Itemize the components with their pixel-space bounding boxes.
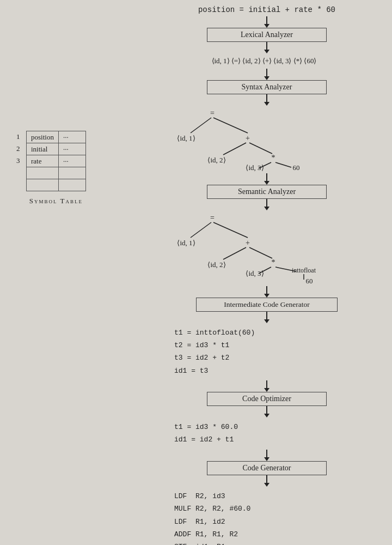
svg-text:⟨id, 3⟩: ⟨id, 3⟩ (246, 269, 264, 277)
cell-name-3: rate (27, 155, 59, 167)
svg-text:⟨id, 2⟩: ⟨id, 2⟩ (207, 261, 225, 269)
svg-text:60: 60 (306, 277, 313, 285)
semantic-analyzer-box: Semantic Analyzer (207, 185, 327, 199)
svg-text:=: = (210, 109, 215, 117)
opt-line-2: id1 = id2 + t1 (174, 433, 370, 446)
symbol-table: position ··· initial ··· rate ··· (26, 131, 86, 191)
svg-line-3 (213, 118, 248, 133)
syntax-tree-svg: = ⟨id, 1⟩ + ⟨id, 2⟩ * ⟨id, 3⟩ 60 (158, 106, 343, 171)
token-output: ⟨id, 1⟩ ⟨=⟩ ⟨id, 2⟩ ⟨+⟩ ⟨id, 3⟩ ⟨*⟩ ⟨60⟩ (158, 56, 370, 66)
svg-line-11 (275, 162, 291, 167)
svg-line-20 (249, 247, 272, 258)
cell-empty-1 (27, 167, 59, 179)
row-num-2: 2 (16, 143, 20, 155)
svg-text:+: + (246, 239, 250, 247)
cell-dots-2: ··· (58, 143, 85, 155)
cell-dots-3: ··· (58, 155, 85, 167)
svg-line-14 (191, 222, 211, 238)
cell-empty-3 (27, 179, 59, 191)
syntax-tree: = ⟨id, 1⟩ + ⟨id, 2⟩ * ⟨id, 3⟩ 60 (158, 106, 370, 173)
svg-line-5 (223, 143, 246, 155)
symbol-table-area: 1 2 3 position ··· initial ··· rate ··· (16, 131, 86, 205)
ic-line-4: id1 = t3 (174, 365, 370, 377)
ic-line-1: t1 = inttofloat(60) (174, 326, 370, 339)
ic-line-3: t3 = id2 + t2 (174, 352, 370, 364)
cell-empty-4 (58, 179, 85, 191)
svg-text:*: * (272, 154, 275, 162)
table-row: position ··· (27, 131, 86, 143)
cg-line-1: LDF R2, id3 (174, 490, 370, 502)
source-expression: position = initial + rate * 60 (163, 5, 370, 14)
cg-line-3: LDF R1, id2 (174, 516, 370, 528)
row-num-1: 1 (16, 131, 20, 143)
pipeline-diagram: position = initial + rate * 60 Lexical A… (152, 5, 370, 545)
svg-text:60: 60 (293, 164, 300, 172)
page: 1 2 3 position ··· initial ··· rate ··· (0, 0, 392, 545)
cell-dots-1: ··· (58, 131, 85, 143)
svg-text:⟨id, 2⟩: ⟨id, 2⟩ (207, 156, 225, 164)
opt-line-1: t1 = id3 * 60.0 (174, 421, 370, 433)
intermediate-codegen-box: Intermediate Code Generator (196, 298, 338, 312)
svg-text:⟨id, 1⟩: ⟨id, 1⟩ (177, 134, 195, 142)
code-generator-box: Code Generator (207, 461, 327, 475)
svg-line-18 (223, 247, 246, 259)
cell-name-2: initial (27, 143, 59, 155)
semantic-tree-svg: = ⟨id, 1⟩ + ⟨id, 2⟩ * ⟨id, 3⟩ inttofloat (158, 210, 343, 284)
svg-line-7 (249, 143, 272, 154)
cg-line-4: ADDF R1, R1, R2 (174, 528, 370, 541)
svg-text:*: * (272, 258, 275, 267)
svg-text:inttofloat: inttofloat (292, 267, 316, 274)
svg-text:=: = (210, 214, 215, 222)
code-optimizer-box: Code Optimizer (207, 392, 327, 406)
row-num-3: 3 (16, 155, 20, 167)
svg-line-16 (213, 222, 248, 238)
cell-name-1: position (27, 131, 59, 143)
cg-line-2: MULF R2, R2, #60.0 (174, 502, 370, 515)
table-row-empty (27, 167, 86, 179)
intermediate-code-output: t1 = inttofloat(60) t2 = id3 * t1 t3 = i… (152, 326, 370, 378)
row-numbers: 1 2 3 (16, 131, 20, 167)
table-row: rate ··· (27, 155, 86, 167)
codegen-output: LDF R2, id3 MULF R2, R2, #60.0 LDF R1, i… (152, 490, 370, 545)
cg-line-5: STF id1, R1 (174, 541, 370, 545)
table-row: initial ··· (27, 143, 86, 155)
cell-empty-2 (58, 167, 85, 179)
optimizer-code-output: t1 = id3 * 60.0 id1 = id2 + t1 (152, 421, 370, 446)
ic-line-2: t2 = id3 * t1 (174, 339, 370, 352)
svg-line-1 (191, 118, 211, 133)
lexical-analyzer-box: Lexical Analyzer (207, 28, 327, 42)
svg-text:⟨id, 3⟩: ⟨id, 3⟩ (246, 164, 264, 172)
svg-text:⟨id, 1⟩: ⟨id, 1⟩ (177, 239, 195, 247)
semantic-tree: = ⟨id, 1⟩ + ⟨id, 2⟩ * ⟨id, 3⟩ inttofloat (158, 210, 370, 286)
table-row-empty (27, 179, 86, 191)
svg-text:+: + (246, 134, 250, 142)
syntax-analyzer-box: Syntax Analyzer (207, 80, 327, 94)
symbol-table-label: Symbol Table (26, 197, 86, 205)
